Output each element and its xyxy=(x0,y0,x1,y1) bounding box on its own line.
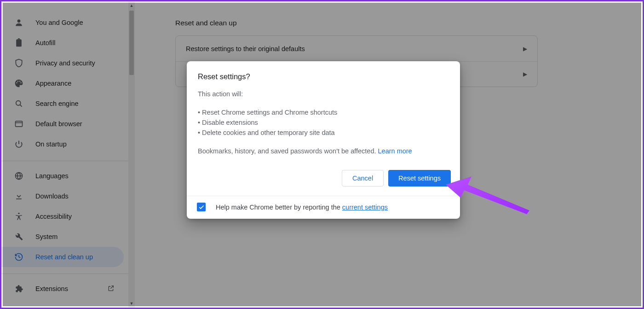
dialog-bullet-list: • Reset Chrome settings and Chrome short… xyxy=(198,107,449,138)
dialog-footer-text: Help make Chrome better by reporting the… xyxy=(216,204,388,211)
dialog-bullet: • Disable extensions xyxy=(198,117,449,128)
dialog-actions: Cancel Reset settings xyxy=(187,165,460,196)
dialog-note: Bookmarks, history, and saved passwords … xyxy=(198,146,449,156)
cancel-button[interactable]: Cancel xyxy=(342,170,384,187)
dialog-footer: Help make Chrome better by reporting the… xyxy=(187,196,460,219)
dialog-intro: This action will: xyxy=(198,89,449,99)
reset-settings-dialog: Reset settings? This action will: • Rese… xyxy=(187,61,460,219)
reset-settings-button[interactable]: Reset settings xyxy=(388,170,451,187)
report-settings-checkbox[interactable] xyxy=(197,203,206,211)
current-settings-link[interactable]: current settings xyxy=(342,204,388,211)
dialog-title: Reset settings? xyxy=(198,71,449,82)
check-icon xyxy=(198,204,205,210)
dialog-bullet: • Delete cookies and other temporary sit… xyxy=(198,128,449,138)
dialog-bullet: • Reset Chrome settings and Chrome short… xyxy=(198,107,449,117)
learn-more-link[interactable]: Learn more xyxy=(376,147,412,155)
